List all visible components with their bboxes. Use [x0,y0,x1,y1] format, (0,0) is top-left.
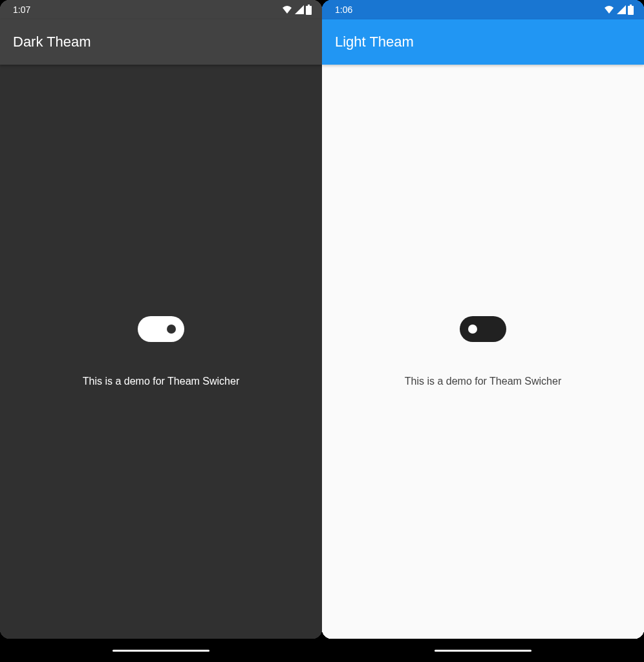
content-area: This is a demo for Theam Swicher [322,65,644,639]
status-time: 1:06 [335,5,352,15]
svg-rect-0 [306,6,312,15]
light-theme-screen: 1:06 Light Theam This is a demo for Thea… [322,0,644,662]
nav-handle-icon [435,650,531,652]
demo-text: This is a demo for Theam Swicher [405,376,561,387]
app-bar-title: Dark Theam [13,34,91,50]
app-bar: Dark Theam [0,19,322,65]
switch-thumb [468,325,477,334]
status-icons [281,5,312,15]
app-bar: Light Theam [322,19,644,65]
navigation-bar[interactable] [0,639,322,662]
status-bar: 1:07 [0,0,322,19]
status-bar: 1:06 [322,0,644,19]
wifi-icon [603,5,615,15]
app-bar-title: Light Theam [335,34,414,50]
battery-icon [628,5,634,15]
signal-icon [294,5,305,15]
svg-rect-1 [308,5,310,6]
status-time: 1:07 [13,5,30,15]
content-area: This is a demo for Theam Swicher [0,65,322,639]
theme-switch[interactable] [460,316,506,342]
demo-text: This is a demo for Theam Swicher [83,376,239,387]
nav-handle-icon [113,650,209,652]
svg-rect-3 [630,5,632,6]
signal-icon [616,5,627,15]
navigation-bar[interactable] [322,639,644,662]
battery-icon [306,5,312,15]
svg-rect-2 [628,6,634,15]
theme-switch[interactable] [138,316,184,342]
wifi-icon [281,5,293,15]
status-icons [603,5,634,15]
dark-theme-screen: 1:07 Dark Theam This is a demo for Theam… [0,0,322,662]
switch-thumb [167,325,176,334]
